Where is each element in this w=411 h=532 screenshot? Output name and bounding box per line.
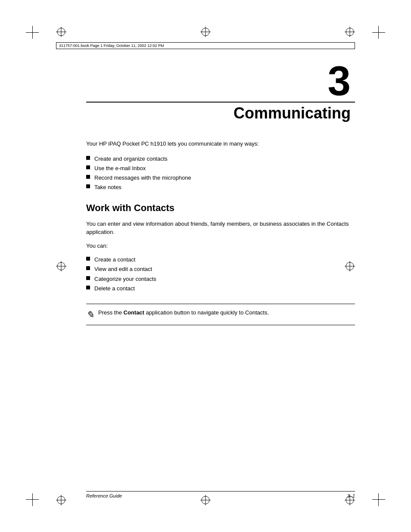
list-item-text: View and edit a contact xyxy=(94,264,152,274)
reg-mark-bl xyxy=(56,495,66,505)
bullet-icon xyxy=(86,276,90,280)
bullet-icon xyxy=(86,257,90,261)
note-text: Press the Contact application button to … xyxy=(98,308,269,317)
note-icon: ✎ xyxy=(86,309,94,320)
reg-mark-tr xyxy=(345,27,355,37)
bullet-icon xyxy=(86,175,90,179)
list-item-text: Record messages with the microphone xyxy=(94,173,191,183)
header-file-info-text: 311757-001.book Page 1 Friday, October 1… xyxy=(59,44,164,48)
note-text-before: Press the xyxy=(98,309,124,316)
section-heading: Work with Contacts xyxy=(86,202,355,214)
bullet-icon xyxy=(86,165,90,169)
reg-mark-center-top xyxy=(200,27,211,37)
note-text-after: application button to navigate quickly t… xyxy=(144,309,269,316)
chapter-divider xyxy=(86,102,355,103)
page: 311757-001.book Page 1 Friday, October 1… xyxy=(0,0,411,532)
reg-mark-ml xyxy=(56,261,66,271)
note-box: ✎ Press the Contact application button t… xyxy=(86,304,355,325)
corner-mark-tr xyxy=(368,26,385,43)
list-item-text: Take notes xyxy=(94,183,121,192)
intro-bullet-list: Create and organize contacts Use the e-m… xyxy=(86,154,355,192)
list-item-text: Create a contact xyxy=(94,255,135,264)
list-item: Take notes xyxy=(86,183,355,192)
intro-paragraph: Your HP iPAQ Pocket PC h1910 lets you co… xyxy=(86,140,355,148)
section-paragraph-1: You can enter and view information about… xyxy=(86,220,355,236)
corner-mark-bl xyxy=(26,489,43,506)
corner-mark-br xyxy=(368,489,385,506)
section-paragraph-2: You can: xyxy=(86,242,355,250)
chapter-title: Communicating xyxy=(86,104,355,122)
chapter-number: 3 xyxy=(86,60,355,102)
list-item-text: Delete a contact xyxy=(94,284,135,293)
list-item-text: Create and organize contacts xyxy=(94,154,168,164)
section-bullet-list: Create a contact View and edit a contact… xyxy=(86,255,355,293)
list-item: Record messages with the microphone xyxy=(86,173,355,183)
corner-mark-tl xyxy=(26,26,43,43)
list-item: Delete a contact xyxy=(86,284,355,293)
list-item: Categorize your contacts xyxy=(86,274,355,284)
list-item: Create and organize contacts xyxy=(86,154,355,164)
list-item-text: Categorize your contacts xyxy=(94,274,156,284)
note-bold-word: Contact xyxy=(124,309,144,316)
list-item-text: Use the e-mail Inbox xyxy=(94,164,146,173)
bullet-icon xyxy=(86,266,90,270)
main-content: 3 Communicating Your HP iPAQ Pocket PC h… xyxy=(86,60,355,480)
footer-right: 3–1 xyxy=(347,493,355,498)
bullet-icon xyxy=(86,286,90,289)
bullet-icon xyxy=(86,184,90,188)
footer: Reference Guide 3–1 xyxy=(86,491,355,498)
bullet-icon xyxy=(86,156,90,160)
list-item: Create a contact xyxy=(86,255,355,264)
reg-mark-tl xyxy=(56,27,66,37)
footer-left: Reference Guide xyxy=(86,493,122,498)
list-item: Use the e-mail Inbox xyxy=(86,164,355,173)
list-item: View and edit a contact xyxy=(86,264,355,274)
header-file-info: 311757-001.book Page 1 Friday, October 1… xyxy=(56,42,355,49)
